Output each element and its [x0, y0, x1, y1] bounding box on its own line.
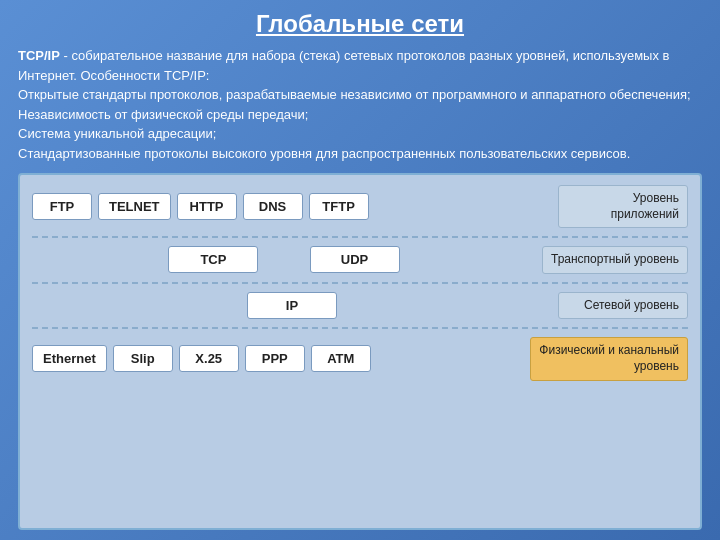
physical-layer-label: Физический и канальныйуровень — [530, 337, 688, 380]
ip-box-container: IP — [207, 292, 376, 319]
page: Глобальные сети TCP/IP - собирательное н… — [0, 0, 720, 540]
slip-box: Slip — [113, 345, 173, 372]
x25-box: X.25 — [179, 345, 239, 372]
dns-box: DNS — [243, 193, 303, 220]
divider-1 — [32, 236, 688, 238]
ppp-box: PPP — [245, 345, 305, 372]
ip-box: IP — [247, 292, 337, 319]
feature-3: Система уникальной адресации; — [18, 126, 216, 141]
ftp-box: FTP — [32, 193, 92, 220]
tftp-box: TFTP — [309, 193, 369, 220]
network-diagram: FTP TELNET HTTP DNS TFTP Уровеньприложен… — [18, 173, 702, 530]
page-title: Глобальные сети — [18, 10, 702, 38]
divider-3 — [32, 327, 688, 329]
description-text: TCP/IP - собирательное название для набо… — [18, 46, 702, 163]
application-layer-row: FTP TELNET HTTP DNS TFTP Уровеньприложен… — [32, 185, 688, 228]
network-layer-label: Сетевой уровень — [558, 292, 688, 320]
network-protocols: IP — [32, 292, 552, 319]
transport-layer-row: TCP UDP Транспортный уровень — [32, 246, 688, 274]
application-layer-label: Уровеньприложений — [558, 185, 688, 228]
http-box: HTTP — [177, 193, 237, 220]
physical-layer-row: Ethernet Slip X.25 PPP ATM Физический и … — [32, 337, 688, 380]
tcp-ip-label: TCP/IP - собирательное название для набо… — [18, 48, 669, 83]
transport-protocols: TCP UDP — [32, 246, 536, 273]
physical-protocols: Ethernet Slip X.25 PPP ATM — [32, 345, 524, 372]
tcp-box: TCP — [168, 246, 258, 273]
divider-2 — [32, 282, 688, 284]
ethernet-box: Ethernet — [32, 345, 107, 372]
feature-1: Открытые стандарты протоколов, разрабаты… — [18, 87, 691, 102]
transport-layer-label: Транспортный уровень — [542, 246, 688, 274]
udp-box: UDP — [310, 246, 400, 273]
application-protocols: FTP TELNET HTTP DNS TFTP — [32, 193, 552, 220]
telnet-box: TELNET — [98, 193, 171, 220]
atm-box: ATM — [311, 345, 371, 372]
network-layer-row: IP Сетевой уровень — [32, 292, 688, 320]
feature-4: Стандартизованные протоколы высокого уро… — [18, 146, 630, 161]
feature-2: Независимость от физической среды переда… — [18, 107, 308, 122]
